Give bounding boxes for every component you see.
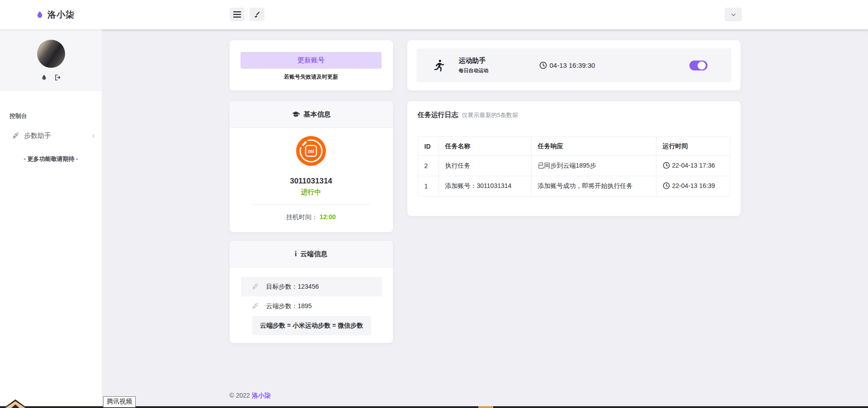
cell-name: 添加账号：3011031314 bbox=[439, 176, 531, 197]
avatar bbox=[37, 40, 65, 68]
basic-info-title: 基本信息 bbox=[304, 110, 331, 119]
info-icon: i bbox=[295, 249, 297, 258]
corner-triangle-artifact bbox=[4, 399, 27, 408]
theme-brush-button[interactable] bbox=[250, 8, 264, 21]
update-account-card: 更新账号 若账号失效请及时更新 bbox=[230, 40, 393, 90]
cloud-row-cloud-steps: 云端步数：1895 bbox=[241, 296, 382, 316]
account-status: 进行中 bbox=[230, 188, 393, 197]
cell-response: 已同步到云端1895步 bbox=[531, 156, 656, 176]
cell-runtime: 22-04-13 17:36 bbox=[656, 156, 730, 176]
cell-response: 添加账号成功，即将开始执行任务 bbox=[531, 176, 656, 197]
cloud-row-target-steps: 目标步数：123456 bbox=[241, 277, 382, 296]
basic-info-card: 基本信息 mi 3011031314 进行中 挂机时间：12:00 bbox=[230, 101, 393, 232]
cell-runtime: 22-04-13 16:39 bbox=[656, 176, 730, 197]
sport-assistant-card: 运动助手 每日自动运动 04-13 16:39:30 bbox=[407, 40, 741, 90]
uptime-value: 12:00 bbox=[320, 213, 336, 220]
cloud-info-title: 云端信息 bbox=[300, 250, 327, 258]
update-account-button[interactable]: 更新账号 bbox=[241, 52, 382, 69]
footer: © 2022洛小柒 bbox=[230, 392, 741, 400]
log-title: 任务运行日志 bbox=[418, 111, 458, 119]
clock-icon bbox=[663, 182, 670, 189]
os-tooltip: 腾讯视频 bbox=[103, 396, 136, 408]
chevron-down-icon bbox=[731, 12, 736, 18]
divider bbox=[252, 204, 370, 205]
sport-title: 运动助手 bbox=[459, 56, 489, 65]
brand-name: 洛小柒 bbox=[47, 9, 75, 21]
sport-toggle-switch[interactable] bbox=[689, 61, 708, 70]
table-row: 1 添加账号：3011031314 添加账号成功，即将开始执行任务 22-04-… bbox=[418, 176, 730, 197]
cell-name: 执行任务 bbox=[439, 156, 531, 176]
logout-icon-button[interactable] bbox=[54, 74, 61, 81]
rocket-icon bbox=[11, 132, 19, 140]
chevron-left-icon bbox=[91, 133, 96, 139]
profile-section bbox=[0, 29, 102, 91]
sport-next-run-time: 04-13 16:39:30 bbox=[550, 61, 595, 69]
account-number: 3011031314 bbox=[230, 177, 393, 186]
top-navbar: 洛小柒 bbox=[0, 0, 868, 29]
sidebar-collapse-button[interactable] bbox=[230, 8, 245, 21]
cloud-info-card: i 云端信息 目标步数：123456 bbox=[230, 241, 393, 343]
uptime-label: 挂机时间： bbox=[286, 213, 318, 220]
rocket-icon bbox=[251, 283, 259, 291]
col-header-name: 任务名称 bbox=[439, 137, 531, 156]
sport-subtitle: 每日自动运动 bbox=[459, 67, 489, 74]
cell-id: 1 bbox=[418, 176, 439, 197]
main-content: 更新账号 若账号失效请及时更新 基本信息 bbox=[102, 29, 868, 408]
target-steps-text: 目标步数：123456 bbox=[266, 283, 319, 291]
task-log-card: 任务运行日志 仅展示最新的5条数据 ID 任务名称 任务响应 运行时间 bbox=[407, 101, 741, 216]
col-header-id: ID bbox=[418, 137, 439, 156]
taskbar-edge-orange bbox=[478, 406, 493, 408]
table-row: 2 执行任务 已同步到云端1895步 22-04-13 17:36 bbox=[418, 156, 730, 176]
footer-brand[interactable]: 洛小柒 bbox=[252, 392, 271, 399]
more-features-text: - 更多功能敬请期待 - bbox=[0, 155, 102, 163]
console-section-label: 控制台 bbox=[9, 112, 102, 120]
clock-icon bbox=[663, 162, 670, 169]
col-header-runtime: 运行时间 bbox=[656, 137, 730, 156]
hamburger-icon bbox=[233, 11, 241, 18]
sidebar-item-label: 步数助手 bbox=[24, 131, 91, 140]
mi-sport-logo: mi bbox=[296, 136, 326, 166]
sidebar-item-step-assistant[interactable]: 步数助手 bbox=[0, 127, 102, 144]
cloud-note: 云端步数 = 小米运动步数 = 微信步数 bbox=[252, 316, 371, 335]
clock-icon bbox=[539, 61, 547, 69]
paintbrush-icon bbox=[253, 11, 261, 19]
sidebar: 控制台 步数助手 - 更多功能敬请期待 - bbox=[0, 29, 102, 408]
brand-logo[interactable]: 洛小柒 bbox=[35, 9, 75, 21]
runner-icon bbox=[432, 59, 445, 72]
cell-id: 2 bbox=[418, 156, 439, 176]
col-header-response: 任务响应 bbox=[531, 137, 656, 156]
rocket-icon bbox=[251, 302, 259, 310]
drop-icon-button[interactable] bbox=[41, 74, 47, 81]
copyright-text: © 2022 bbox=[230, 392, 250, 399]
user-dropdown-button[interactable] bbox=[725, 8, 742, 21]
task-log-table: ID 任务名称 任务响应 运行时间 2 执行任务 已同步到云端1895步 bbox=[418, 136, 730, 197]
log-subtitle: 仅展示最新的5条数据 bbox=[462, 111, 518, 119]
update-hint-text: 若账号失效请及时更新 bbox=[230, 73, 393, 81]
drop-icon bbox=[35, 10, 44, 19]
graduation-cap-icon bbox=[292, 110, 300, 119]
cloud-steps-text: 云端步数：1895 bbox=[266, 302, 312, 310]
svg-text:mi: mi bbox=[308, 148, 314, 155]
